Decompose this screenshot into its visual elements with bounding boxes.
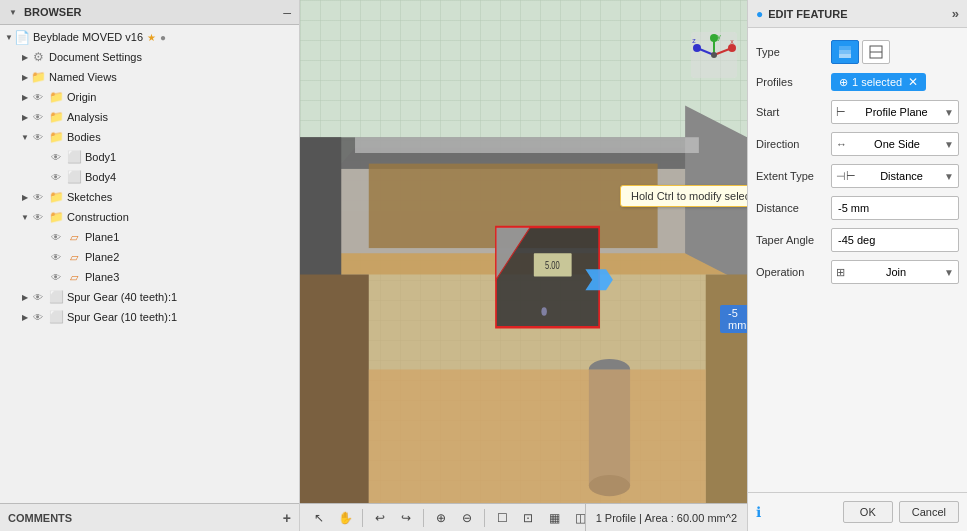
type-btn-solid[interactable] bbox=[831, 40, 859, 64]
edit-panel: ● EDIT FEATURE » Type bbox=[747, 0, 967, 531]
body-icon-body4: ⬜ bbox=[66, 169, 82, 185]
tree-item-origin[interactable]: 👁 📁 Origin bbox=[0, 87, 299, 107]
field-label-type: Type bbox=[756, 46, 831, 58]
comments-label: COMMENTS bbox=[8, 512, 72, 524]
field-label-profiles: Profiles bbox=[756, 76, 831, 88]
tree-item-plane2[interactable]: 👁 ▱ Plane2 bbox=[0, 247, 299, 267]
expand-spur-10[interactable] bbox=[20, 313, 30, 322]
toolbar-undo-btn[interactable]: ↩ bbox=[369, 507, 391, 529]
folder-icon-bodies: 📁 bbox=[48, 129, 64, 145]
tree-item-spur-10[interactable]: 👁 ⬜ Spur Gear (10 teeth):1 bbox=[0, 307, 299, 327]
eye-icon-analysis[interactable]: 👁 bbox=[30, 109, 46, 125]
expand-bodies[interactable] bbox=[20, 133, 30, 142]
expand-spur-40[interactable] bbox=[20, 293, 30, 302]
expand-origin[interactable] bbox=[20, 93, 30, 102]
toolbar-select-btn[interactable]: ↖ bbox=[308, 507, 330, 529]
field-label-taper-angle: Taper Angle bbox=[756, 234, 831, 246]
taper-angle-input[interactable]: -45 deg bbox=[831, 228, 959, 252]
toolbar-display-btn[interactable]: ▦ bbox=[543, 507, 565, 529]
expand-beyblade[interactable] bbox=[4, 33, 14, 42]
footer-buttons: OK Cancel bbox=[843, 501, 959, 523]
tree-item-beyblade[interactable]: 📄 Beyblade MOVED v16 ★ ● bbox=[0, 27, 299, 47]
label-analysis: Analysis bbox=[67, 111, 108, 123]
eye-icon-spur-40[interactable]: 👁 bbox=[30, 289, 46, 305]
eye-icon-plane1[interactable]: 👁 bbox=[48, 229, 64, 245]
tree-item-named-views[interactable]: 📁 Named Views bbox=[0, 67, 299, 87]
field-value-start: ⊢ Profile Plane ▼ bbox=[831, 100, 959, 124]
toolbar-hand-btn[interactable]: ✋ bbox=[334, 507, 356, 529]
eye-icon-spur-10[interactable]: 👁 bbox=[30, 309, 46, 325]
field-row-operation: Operation ⊞ Join ▼ bbox=[748, 256, 967, 288]
profiles-clear-btn[interactable]: ✕ bbox=[908, 75, 918, 89]
label-body1: Body1 bbox=[85, 151, 116, 163]
expand-named-views[interactable] bbox=[20, 73, 30, 82]
browser-minimize-icon[interactable]: – bbox=[283, 4, 291, 20]
field-row-extent-type: Extent Type ⊣⊢ Distance ▼ bbox=[748, 160, 967, 192]
star-icon: ★ bbox=[147, 32, 156, 43]
direction-dropdown[interactable]: ↔ One Side ▼ bbox=[831, 132, 959, 156]
tree-item-doc-settings[interactable]: ⚙ Document Settings bbox=[0, 47, 299, 67]
label-named-views: Named Views bbox=[49, 71, 117, 83]
operation-chevron-icon: ▼ bbox=[944, 267, 954, 278]
ok-button[interactable]: OK bbox=[843, 501, 893, 523]
browser-collapse-btn[interactable] bbox=[8, 8, 18, 17]
label-plane1: Plane1 bbox=[85, 231, 119, 243]
comments-bar: COMMENTS + bbox=[0, 503, 299, 531]
settings-dot-icon: ● bbox=[160, 32, 166, 43]
toolbar-zoomout-btn[interactable]: ⊖ bbox=[456, 507, 478, 529]
folder-icon-named-views: 📁 bbox=[30, 69, 46, 85]
tree-item-plane1[interactable]: 👁 ▱ Plane1 bbox=[0, 227, 299, 247]
tree-item-bodies[interactable]: 👁 📁 Bodies bbox=[0, 127, 299, 147]
tree-item-spur-40[interactable]: 👁 ⬜ Spur Gear (40 teeth):1 bbox=[0, 287, 299, 307]
toolbar-frame-btn[interactable]: ☐ bbox=[491, 507, 513, 529]
operation-icon: ⊞ bbox=[836, 266, 845, 279]
type-btn-surface[interactable] bbox=[862, 40, 890, 64]
tree-item-construction[interactable]: 👁 📁 Construction bbox=[0, 207, 299, 227]
tree-item-plane3[interactable]: 👁 ▱ Plane3 bbox=[0, 267, 299, 287]
toolbar-redo-btn[interactable]: ↪ bbox=[395, 507, 417, 529]
svg-point-31 bbox=[711, 52, 717, 58]
eye-icon-plane2[interactable]: 👁 bbox=[48, 249, 64, 265]
toolbar-zoomin-btn[interactable]: ⊕ bbox=[430, 507, 452, 529]
edit-panel-body: Type bbox=[748, 28, 967, 492]
expand-doc-settings[interactable] bbox=[20, 53, 30, 62]
tree-item-sketches[interactable]: 👁 📁 Sketches bbox=[0, 187, 299, 207]
toolbar-sep-1 bbox=[362, 509, 363, 527]
extent-type-dropdown[interactable]: ⊣⊢ Distance ▼ bbox=[831, 164, 959, 188]
edit-panel-title-text: EDIT FEATURE bbox=[768, 8, 847, 20]
direction-value: One Side bbox=[874, 138, 920, 150]
eye-icon-bodies[interactable]: 👁 bbox=[30, 129, 46, 145]
eye-icon-construction[interactable]: 👁 bbox=[30, 209, 46, 225]
eye-icon-origin[interactable]: 👁 bbox=[30, 89, 46, 105]
toolbar-grid-btn[interactable]: ⊡ bbox=[517, 507, 539, 529]
label-bodies: Bodies bbox=[67, 131, 101, 143]
field-label-start: Start bbox=[756, 106, 831, 118]
extent-type-value: Distance bbox=[880, 170, 923, 182]
field-value-taper-angle: -45 deg bbox=[831, 228, 959, 252]
tree-item-body4[interactable]: 👁 ⬜ Body4 bbox=[0, 167, 299, 187]
field-value-operation: ⊞ Join ▼ bbox=[831, 260, 959, 284]
panel-expand-icon[interactable]: » bbox=[952, 6, 959, 21]
tree-item-analysis[interactable]: 👁 📁 Analysis bbox=[0, 107, 299, 127]
eye-icon-body1[interactable]: 👁 bbox=[48, 149, 64, 165]
expand-analysis[interactable] bbox=[20, 113, 30, 122]
operation-dropdown[interactable]: ⊞ Join ▼ bbox=[831, 260, 959, 284]
status-text: 1 Profile | Area : 60.00 mm^2 bbox=[596, 512, 737, 524]
eye-icon-plane3[interactable]: 👁 bbox=[48, 269, 64, 285]
tree-item-body1[interactable]: 👁 ⬜ Body1 bbox=[0, 147, 299, 167]
comments-add-icon[interactable]: + bbox=[283, 510, 291, 526]
expand-construction[interactable] bbox=[20, 213, 30, 222]
field-label-extent-type: Extent Type bbox=[756, 170, 831, 182]
eye-icon-sketches[interactable]: 👁 bbox=[30, 189, 46, 205]
field-label-operation: Operation bbox=[756, 266, 831, 278]
expand-sketches[interactable] bbox=[20, 193, 30, 202]
svg-point-23 bbox=[728, 44, 736, 52]
cancel-button[interactable]: Cancel bbox=[899, 501, 959, 523]
distance-input[interactable]: -5 mm bbox=[831, 196, 959, 220]
3d-model-svg: 5.00 bbox=[300, 0, 747, 531]
start-dropdown[interactable]: ⊢ Profile Plane ▼ bbox=[831, 100, 959, 124]
browser-tree: 📄 Beyblade MOVED v16 ★ ● ⚙ Document Sett… bbox=[0, 25, 299, 503]
profiles-badge[interactable]: ⊕ 1 selected ✕ bbox=[831, 73, 926, 91]
eye-icon-body4[interactable]: 👁 bbox=[48, 169, 64, 185]
browser-title: BROWSER bbox=[24, 6, 81, 18]
